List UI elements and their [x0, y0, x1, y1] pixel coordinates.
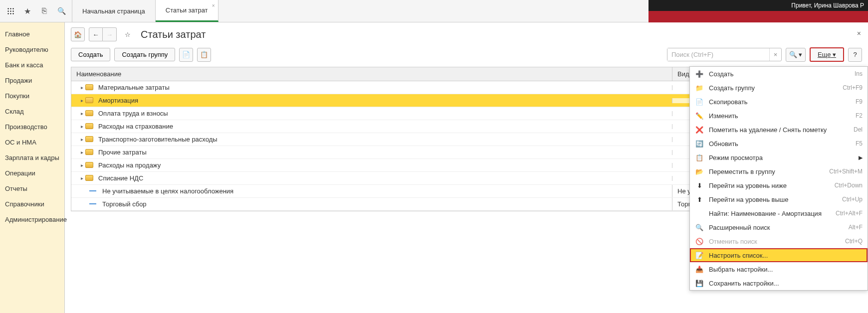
close-page-button[interactable]: × — [857, 29, 861, 37]
search-clear-button[interactable]: × — [769, 48, 781, 61]
menu-item[interactable]: ❌Пометить на удаление / Снять пометкуDel — [690, 123, 868, 137]
menu-item[interactable]: 🔍Расширенный поискAlt+F — [690, 220, 868, 234]
menu-item[interactable]: ✏️ИзменитьF2 — [690, 109, 868, 123]
menu-item-label: Создать группу — [709, 84, 843, 92]
sidebar-item-admin[interactable]: Администрирование — [0, 212, 64, 227]
menu-item[interactable]: 📥Выбрать настройки... — [690, 262, 868, 276]
expand-icon[interactable]: ▸ — [76, 98, 83, 103]
sidebar-item-warehouse[interactable]: Склад — [0, 104, 64, 119]
apps-icon[interactable] — [6, 6, 15, 15]
menu-item-icon: 📁 — [695, 84, 704, 92]
new-item-icon-button[interactable]: 📄 — [179, 48, 193, 62]
menu-item[interactable]: 📝Настроить список... — [690, 248, 868, 262]
row-name-label: Расходы на страхование — [98, 123, 173, 130]
folder-icon — [85, 97, 94, 104]
back-button[interactable]: ← — [89, 27, 103, 41]
menu-item-icon: 🔍 — [695, 223, 704, 231]
sidebar-item-main[interactable]: Главное — [0, 26, 64, 42]
menu-item-icon — [695, 209, 704, 217]
menu-item-label: Настроить список... — [709, 252, 863, 259]
create-group-button[interactable]: Создать группу — [114, 48, 175, 61]
menu-item-icon: 🔄 — [695, 140, 704, 148]
menu-item: 🚫Отменить поискCtrl+Q — [690, 234, 868, 248]
forward-button[interactable]: → — [103, 27, 117, 41]
search-icon[interactable] — [57, 6, 66, 15]
list-icon-button[interactable]: 📋 — [197, 48, 211, 62]
expand-icon[interactable]: ▸ — [76, 175, 83, 181]
menu-item[interactable]: Найти: Наименование - АмортизацияCtrl+Al… — [690, 206, 868, 220]
menu-item-shortcut: F2 — [856, 112, 863, 119]
folder-icon — [85, 175, 94, 182]
menu-item-shortcut: Del — [854, 126, 863, 133]
menu-item[interactable]: 💾Сохранить настройки... — [690, 276, 868, 290]
tab-home-label: Начальная страница — [82, 7, 145, 15]
menu-item-label: Перейти на уровень ниже — [709, 182, 835, 189]
expand-icon[interactable]: ▸ — [76, 162, 83, 168]
sidebar-item-manager[interactable]: Руководителю — [0, 42, 64, 57]
menu-item-icon: ⬆ — [695, 195, 704, 203]
folder-icon — [85, 84, 94, 91]
menu-item-label: Обновить — [709, 140, 856, 148]
sidebar-item-sales[interactable]: Продажи — [0, 73, 64, 88]
tab-cost-items-label: Статьи затрат — [166, 6, 208, 14]
expand-icon[interactable]: ▸ — [76, 137, 83, 142]
submenu-arrow-icon: ▶ — [859, 155, 863, 161]
menu-item-label: Скопировать — [709, 98, 856, 106]
search-dropdown-button[interactable]: 🔍 ▾ — [786, 48, 806, 62]
sidebar-item-production[interactable]: Производство — [0, 119, 64, 135]
menu-item[interactable]: ⬆Перейти на уровень вышеCtrl+Up — [690, 192, 868, 206]
menu-item-icon: ❌ — [695, 126, 704, 134]
red-bar — [649, 11, 868, 22]
page-title: Статьи затрат — [141, 29, 206, 40]
more-dropdown-menu: ➕СоздатьIns📁Создать группуCtrl+F9📄Скопир… — [689, 66, 868, 291]
menu-item-shortcut: Ctrl+Up — [842, 196, 863, 203]
history-icon[interactable] — [40, 6, 49, 15]
menu-item[interactable]: 📋Режим просмотра▶ — [690, 151, 868, 164]
menu-item-shortcut: F5 — [856, 140, 863, 147]
menu-item-label: Пометить на удаление / Снять пометку — [709, 126, 854, 134]
menu-item-label: Сохранить настройки... — [709, 280, 863, 287]
menu-item-shortcut: Ins — [855, 70, 863, 77]
menu-item[interactable]: 📁Создать группуCtrl+F9 — [690, 81, 868, 95]
row-name-label: Материальные затраты — [98, 84, 170, 91]
row-name-label: Прочие затраты — [98, 149, 147, 156]
menu-item[interactable]: 📂Переместить в группуCtrl+Shift+M — [690, 164, 868, 178]
menu-item-shortcut: Ctrl+Down — [835, 182, 863, 189]
menu-item-label: Режим просмотра — [709, 154, 857, 161]
menu-item-shortcut: Ctrl+Shift+M — [829, 168, 863, 175]
expand-icon[interactable]: ▸ — [76, 124, 83, 129]
folder-icon — [85, 162, 94, 169]
favorites-icon[interactable] — [23, 6, 32, 15]
favorite-star-button[interactable]: ☆ — [121, 27, 135, 41]
sidebar-item-salary[interactable]: Зарплата и кадры — [0, 150, 64, 165]
more-button[interactable]: Еще ▾ — [810, 47, 844, 62]
menu-item[interactable]: 🔄ОбновитьF5 — [690, 137, 868, 151]
menu-item-label: Найти: Наименование - Амортизация — [709, 210, 836, 217]
menu-item[interactable]: ⬇Перейти на уровень нижеCtrl+Down — [690, 178, 868, 192]
expand-icon[interactable]: ▸ — [76, 111, 83, 116]
row-name-label: Транспортно-заготовительные расходы — [98, 136, 217, 143]
create-button[interactable]: Создать — [71, 48, 110, 61]
home-button[interactable]: 🏠 — [71, 27, 85, 41]
search-input[interactable] — [667, 48, 769, 61]
tab-cost-items[interactable]: Статьи затрат × — [156, 0, 218, 22]
menu-item-shortcut: Alt+F — [849, 224, 863, 231]
expand-icon[interactable]: ▸ — [76, 85, 83, 90]
expand-icon[interactable]: ▸ — [76, 150, 83, 155]
row-name-label: Расходы на продажу — [98, 161, 161, 169]
sidebar-item-reports[interactable]: Отчеты — [0, 181, 64, 196]
item-icon — [89, 201, 98, 208]
col-header-name[interactable]: Наименование — [71, 67, 672, 81]
menu-item[interactable]: 📄СкопироватьF9 — [690, 95, 868, 109]
menu-item-label: Перейти на уровень выше — [709, 196, 842, 203]
sidebar-item-references[interactable]: Справочники — [0, 196, 64, 212]
sidebar-item-assets[interactable]: ОС и НМА — [0, 135, 64, 150]
folder-icon — [85, 123, 94, 130]
tab-home[interactable]: Начальная страница — [72, 0, 156, 22]
menu-item[interactable]: ➕СоздатьIns — [690, 67, 868, 81]
sidebar-item-operations[interactable]: Операции — [0, 165, 64, 181]
sidebar-item-purchases[interactable]: Покупки — [0, 88, 64, 104]
help-button[interactable]: ? — [848, 48, 862, 62]
tab-close-icon[interactable]: × — [212, 3, 215, 8]
sidebar-item-bank[interactable]: Банк и касса — [0, 57, 64, 73]
